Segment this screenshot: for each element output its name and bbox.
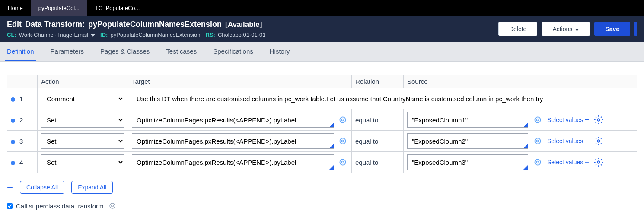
tab-history[interactable]: History [268, 42, 292, 61]
call-superclass-label[interactable]: Call superclass data transform [16, 202, 104, 210]
rs-label: RS: [206, 32, 215, 38]
action-select[interactable]: Comment [41, 91, 124, 106]
col-action-header: Action [38, 75, 128, 88]
target-input[interactable] [132, 133, 334, 149]
relation-label: equal to [355, 138, 378, 145]
save-button[interactable]: Save [594, 22, 630, 36]
crosshair-icon[interactable] [532, 157, 543, 167]
plus-icon: + [585, 158, 589, 166]
target-input[interactable] [132, 112, 334, 128]
id-value: pyPopulateColumnNamesExtension [110, 32, 200, 38]
svg-point-1 [342, 119, 344, 121]
add-row-button[interactable]: + [7, 181, 13, 193]
crosshair-icon[interactable] [107, 201, 118, 211]
collapse-all-button[interactable]: Collapse All [20, 181, 64, 194]
row-number[interactable]: 1 [7, 88, 38, 109]
chevron-down-icon [575, 26, 579, 32]
col-target-header: Target [128, 75, 352, 88]
row-number[interactable]: 4 [7, 152, 38, 173]
crosshair-icon[interactable] [532, 136, 543, 146]
table-row: 3Setequal toSelect values + [7, 131, 637, 152]
svg-point-9 [597, 140, 600, 142]
action-select[interactable]: Set [41, 133, 124, 149]
tab-specifications[interactable]: Specifications [211, 42, 255, 61]
svg-point-7 [535, 138, 540, 144]
svg-point-0 [340, 117, 345, 122]
source-input[interactable] [407, 112, 528, 128]
tab-parameters[interactable]: Parameters [49, 42, 86, 61]
header-edit-label: Edit [7, 20, 22, 29]
header-name: pyPopulateColumnNamesExtension [88, 20, 222, 29]
row-number[interactable]: 3 [7, 131, 38, 152]
svg-point-6 [342, 140, 344, 142]
actions-button[interactable]: Actions [542, 22, 590, 36]
table-row: 4Setequal toSelect values + [7, 152, 637, 173]
source-input[interactable] [407, 133, 528, 149]
gear-icon[interactable] [593, 136, 604, 146]
col-source-header: Source [404, 75, 637, 88]
rs-value: Cholcapp:01-01-01 [218, 32, 266, 38]
select-values-link[interactable]: Select values + [547, 158, 589, 166]
svg-point-10 [340, 159, 345, 165]
col-relation-header: Relation [352, 75, 404, 88]
cl-value[interactable]: Work-Channel-Triage-Email [19, 32, 88, 38]
chevron-down-icon[interactable] [91, 32, 95, 38]
row-number[interactable]: 2 [7, 109, 38, 131]
svg-point-8 [537, 140, 539, 142]
plus-icon: + [585, 137, 589, 145]
tab-test-cases[interactable]: Test cases [164, 42, 198, 61]
top-tabbar: Home pyPopulateCol... TC_PopulateCo... [0, 0, 644, 16]
table-row: 2Setequal toSelect values + [7, 109, 637, 131]
svg-point-4 [597, 119, 600, 121]
page-header: Edit Data Transform: pyPopulateColumnNam… [0, 16, 644, 42]
relation-label: equal to [355, 159, 378, 166]
select-values-link[interactable]: Select values + [547, 116, 589, 124]
select-values-link[interactable]: Select values + [547, 137, 589, 145]
svg-point-3 [537, 119, 539, 121]
header-status: [Available] [225, 20, 262, 29]
tab-pages-classes[interactable]: Pages & Classes [99, 42, 151, 61]
tab-definition[interactable]: Definition [5, 42, 36, 61]
target-input[interactable] [132, 154, 334, 170]
crosshair-icon[interactable] [338, 157, 348, 167]
bullet-icon [11, 119, 15, 123]
gear-icon[interactable] [593, 157, 604, 167]
top-tab-current[interactable]: pyPopulateCol... [31, 0, 87, 16]
crosshair-icon[interactable] [338, 136, 348, 146]
cl-label: CL: [7, 32, 16, 38]
relation-label: equal to [355, 116, 378, 124]
gear-icon[interactable] [593, 115, 604, 125]
actions-button-label: Actions [552, 26, 572, 32]
crosshair-icon[interactable] [532, 115, 543, 125]
svg-point-5 [340, 138, 345, 144]
plus-icon: + [585, 116, 589, 124]
svg-point-2 [535, 117, 540, 122]
source-input[interactable] [407, 154, 528, 170]
call-superclass-checkbox[interactable] [7, 203, 13, 209]
delete-button[interactable]: Delete [498, 22, 537, 36]
table-row: 1Comment [7, 88, 637, 109]
header-separator [634, 22, 637, 36]
header-type-label: Data Transform: [25, 20, 85, 29]
id-label: ID: [100, 32, 108, 38]
svg-point-14 [597, 161, 600, 164]
comment-input[interactable] [132, 91, 633, 106]
definition-table: Action Target Relation Source 1Comment2S… [7, 75, 637, 173]
svg-point-12 [535, 159, 540, 165]
crosshair-icon[interactable] [338, 115, 348, 125]
action-select[interactable]: Set [41, 112, 124, 128]
top-tab-home[interactable]: Home [0, 0, 31, 16]
bullet-icon [11, 97, 15, 102]
svg-point-11 [342, 161, 344, 164]
svg-point-16 [111, 205, 113, 207]
bullet-icon [11, 140, 15, 144]
svg-point-13 [537, 161, 539, 164]
expand-all-button[interactable]: Expand All [71, 181, 113, 194]
col-num-header [7, 75, 38, 88]
tab-bar: Definition Parameters Pages & Classes Te… [0, 42, 644, 62]
action-select[interactable]: Set [41, 154, 124, 170]
svg-point-15 [110, 203, 115, 208]
bullet-icon [11, 161, 15, 165]
top-tab-testcase[interactable]: TC_PopulateCo... [87, 0, 147, 16]
